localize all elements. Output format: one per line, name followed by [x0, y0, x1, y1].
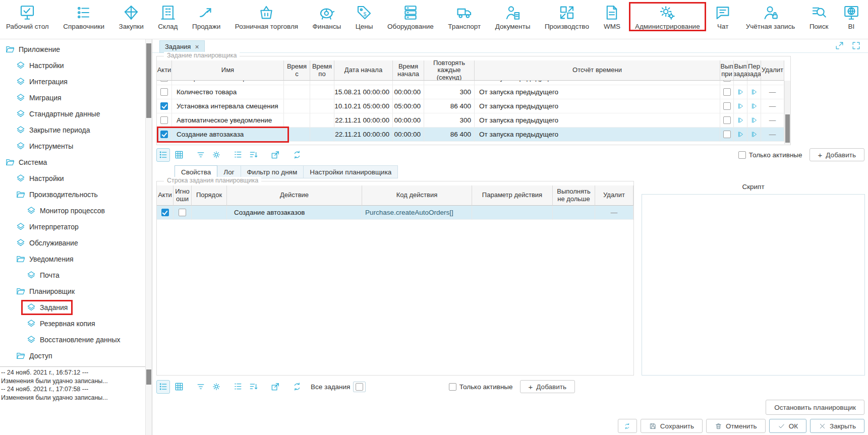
- rerun-task-icon[interactable]: [750, 81, 758, 82]
- topbar-item-warehouse[interactable]: Склад: [155, 3, 181, 31]
- ok-button[interactable]: ОК: [769, 419, 806, 433]
- close-button[interactable]: Закрыть: [810, 419, 864, 433]
- column-header[interactable]: Имя: [172, 60, 284, 81]
- active-checkbox[interactable]: [160, 88, 168, 96]
- topbar-item-production[interactable]: Производство: [542, 3, 592, 31]
- topbar-item-purchases[interactable]: Закупки: [116, 3, 147, 31]
- task-row[interactable]: Импорт заказов интернет-мага... От запус…: [157, 81, 784, 85]
- run-at-checkbox[interactable]: [723, 131, 731, 138]
- stop-scheduler-button[interactable]: Остановить планировщик: [766, 400, 864, 415]
- active-checkbox[interactable]: [160, 81, 168, 82]
- column-header[interactable]: Вып при: [720, 60, 734, 81]
- sidebar-item-restore[interactable]: Восстановление данных: [0, 332, 145, 348]
- ignore-errors-checkbox[interactable]: [179, 209, 186, 216]
- column-header[interactable]: Удалит: [595, 185, 633, 206]
- column-header[interactable]: Время по: [310, 60, 334, 81]
- topbar-item-desktop[interactable]: Рабочий стол: [3, 3, 52, 31]
- scrollbar-thumb[interactable]: [785, 114, 790, 143]
- rerun-task-icon[interactable]: [750, 131, 758, 138]
- sidebar-item-integration[interactable]: Интеграция: [0, 74, 145, 90]
- numbered-list-button[interactable]: [231, 148, 245, 162]
- active-checkbox[interactable]: [161, 209, 169, 216]
- expand-icon[interactable]: [835, 41, 844, 50]
- column-header[interactable]: Пер зада: [747, 60, 761, 81]
- sidebar-item-standard-data[interactable]: Стандартные данные: [0, 106, 145, 122]
- column-header[interactable]: Время с: [284, 60, 310, 81]
- sidebar-item-mail[interactable]: Почта: [0, 267, 145, 283]
- active-checkbox[interactable]: [160, 131, 168, 138]
- only-active-checkbox[interactable]: Только активные: [738, 151, 802, 159]
- task-row[interactable]: Создание автозаказа 22.11.21 00:00:00 00…: [157, 128, 784, 142]
- sidebar-item-maintenance[interactable]: Обслуживание: [0, 235, 145, 251]
- run-task-icon[interactable]: [737, 88, 744, 96]
- table-view-button[interactable]: [172, 148, 186, 162]
- reload-button[interactable]: [290, 380, 304, 394]
- sidebar-item-notifications[interactable]: Уведомления: [0, 251, 145, 267]
- filter-button[interactable]: [194, 148, 207, 162]
- topbar-item-account[interactable]: Учётная запись: [743, 3, 798, 31]
- sidebar-item-period-close[interactable]: Закрытие периода: [0, 122, 145, 138]
- refresh-button[interactable]: [618, 419, 637, 433]
- run-task-icon[interactable]: [737, 116, 744, 124]
- cancel-button[interactable]: Отменить: [706, 419, 766, 433]
- column-header[interactable]: Код действия: [362, 185, 472, 206]
- topbar-item-wms[interactable]: WMS: [600, 3, 623, 31]
- only-active-checkbox[interactable]: Только активные: [449, 383, 513, 391]
- run-task-icon[interactable]: [737, 81, 744, 82]
- sidebar-item-system[interactable]: Система: [0, 154, 145, 170]
- numbered-list-button[interactable]: [231, 380, 245, 394]
- active-checkbox[interactable]: [160, 116, 168, 124]
- active-checkbox[interactable]: [160, 102, 168, 110]
- topbar-item-directories[interactable]: Справочники: [60, 3, 107, 31]
- topbar-item-transport[interactable]: Транспорт: [445, 3, 484, 31]
- column-header[interactable]: Повторять каждые (секунд): [424, 60, 475, 81]
- add-task-button[interactable]: + Добавить: [809, 148, 864, 161]
- column-header[interactable]: Игно оши: [173, 185, 192, 206]
- topbar-item-retail[interactable]: Розничная торговля: [232, 3, 301, 31]
- tasks-table-scrollbar[interactable]: [784, 81, 790, 144]
- rerun-task-icon[interactable]: [750, 102, 758, 110]
- run-task-icon[interactable]: [737, 102, 744, 110]
- topbar-item-bi[interactable]: BI: [840, 3, 863, 31]
- sidebar-scrollbar[interactable]: [145, 39, 152, 366]
- column-header[interactable]: Порядок: [192, 185, 227, 206]
- sidebar-item-app-settings[interactable]: Настройки: [0, 57, 145, 74]
- delete-cell[interactable]: —: [761, 85, 784, 99]
- topbar-item-prices[interactable]: $ Цены: [353, 3, 376, 31]
- column-header[interactable]: Акти: [157, 185, 173, 206]
- column-header[interactable]: Удалит: [761, 60, 784, 81]
- sidebar-item-backup[interactable]: Резервная копия: [0, 316, 145, 332]
- sorted-list-button[interactable]: [247, 380, 260, 394]
- topbar-item-search[interactable]: Поиск: [806, 3, 831, 31]
- list-view-button[interactable]: [156, 380, 170, 394]
- task-line-row[interactable]: Создание автозаказов Purchase.createAuto…: [157, 206, 633, 220]
- all-tasks-checkbox[interactable]: Все задания: [311, 382, 366, 392]
- save-button[interactable]: Сохранить: [641, 419, 703, 433]
- run-at-checkbox[interactable]: [723, 116, 731, 124]
- sidebar-item-interpreter[interactable]: Интерпретатор: [0, 219, 145, 235]
- rerun-task-icon[interactable]: [750, 88, 758, 96]
- column-header[interactable]: Действие: [227, 185, 362, 206]
- table-view-button[interactable]: [172, 380, 186, 394]
- task-row[interactable]: Количество товара 15.08.21 00:00:00 00:0…: [157, 85, 784, 99]
- column-header[interactable]: Параметр действия: [472, 185, 553, 206]
- sidebar-item-system-settings[interactable]: Настройки: [0, 170, 145, 187]
- filter-button[interactable]: [194, 380, 207, 394]
- run-at-checkbox[interactable]: [723, 102, 731, 110]
- column-header[interactable]: Вып зада: [734, 60, 747, 81]
- delete-cell[interactable]: —: [761, 99, 784, 113]
- run-at-checkbox[interactable]: [723, 88, 731, 96]
- topbar-item-chat[interactable]: Чат: [711, 3, 734, 31]
- export-button[interactable]: [268, 380, 282, 394]
- add-task-line-button[interactable]: + Добавить: [520, 380, 575, 393]
- sidebar-item-process-monitor[interactable]: Монитор процессов: [0, 203, 145, 219]
- fullscreen-icon[interactable]: [851, 41, 861, 50]
- run-task-icon[interactable]: [737, 131, 744, 138]
- script-editor[interactable]: [642, 194, 865, 376]
- tab-tasks[interactable]: Задания ×: [159, 40, 205, 53]
- topbar-item-equipment[interactable]: Оборудование: [384, 3, 437, 31]
- sidebar-item-access[interactable]: Доступ: [0, 348, 145, 364]
- rerun-task-icon[interactable]: [750, 116, 758, 124]
- column-header[interactable]: Дата начала: [334, 60, 393, 81]
- topbar-item-finance[interactable]: Финансы: [310, 3, 344, 31]
